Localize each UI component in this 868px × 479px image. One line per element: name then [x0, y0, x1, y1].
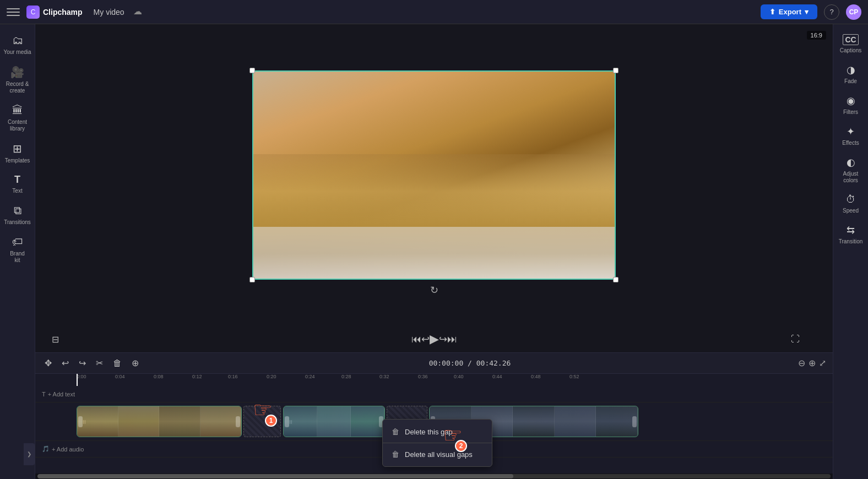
transition-icon: ⇆ [847, 224, 855, 236]
gap-zone-1[interactable] [243, 406, 281, 437]
timeline-time-display: 00:00:00 / 00:42.26 [429, 359, 511, 367]
sidebar-label-record-create: Record &create [6, 81, 29, 94]
sidebar-item-your-media[interactable]: 🗂 Your media [0, 29, 35, 60]
delete-gap-icon: 🗑 [392, 427, 399, 436]
clip2-handle-left[interactable] [285, 416, 289, 427]
aspect-ratio-badge[interactable]: 16:9 [807, 31, 826, 40]
right-sidebar-item-adjust-colors[interactable]: ◐ Adjustcolors [833, 151, 868, 188]
toolbar-add-button[interactable]: ⊕ [129, 356, 142, 370]
help-button[interactable]: ? [824, 4, 839, 20]
right-sidebar-item-transition[interactable]: ⇆ Transition [833, 219, 868, 249]
filters-label: Filters [843, 109, 858, 116]
sidebar-label-brand-kit: Brandkit [10, 251, 25, 264]
sidebar-item-transitions[interactable]: ⧉ Transitions [0, 199, 35, 230]
zoom-fit-button[interactable]: ⤢ [819, 358, 826, 368]
add-text-icon: T [42, 391, 46, 398]
video-content [253, 72, 615, 279]
fade-icon: ◑ [847, 64, 855, 76]
export-button[interactable]: ⬆ Export ▾ [761, 4, 817, 19]
delete-all-visual-gaps-label: Delete all visual gaps [405, 450, 473, 459]
sidebar-label-templates: Templates [5, 157, 30, 164]
toolbar-select-button[interactable]: ✥ [42, 356, 55, 370]
sidebar-label-text: Text [12, 188, 22, 194]
adjust-colors-icon: ◐ [847, 156, 855, 168]
sidebar-item-brand-kit[interactable]: 🏷 Brandkit [0, 230, 35, 268]
resize-handle-bl[interactable] [249, 277, 255, 282]
skip-back-button[interactable]: ⏮ [411, 334, 421, 345]
context-menu-divider [383, 443, 492, 443]
toolbar-delete-button[interactable]: 🗑 [110, 357, 124, 370]
clip2-thumbnail [284, 406, 384, 437]
delete-all-gaps-icon: 🗑 [392, 450, 399, 459]
your-media-icon: 🗂 [12, 34, 23, 47]
video-track: ⏸ [35, 402, 833, 441]
templates-icon: ⊞ [13, 142, 22, 155]
fullscreen-button[interactable]: ⛶ [791, 334, 800, 344]
resize-handle-br[interactable] [613, 277, 619, 282]
app-name: Clipchamp [43, 8, 83, 17]
gap-context-menu: 🗑 Delete this gap 🗑 Delete all visual ga… [382, 419, 492, 467]
rewind-button[interactable]: ↩ [421, 333, 430, 345]
clip1-handle-right[interactable] [236, 416, 240, 427]
sidebar-collapse-button[interactable]: ❯ [24, 443, 35, 465]
clip3-handle-right[interactable] [632, 416, 637, 427]
timeline-scrollbar[interactable] [37, 474, 831, 478]
caption-toggle-button[interactable]: ⊟ [52, 334, 59, 345]
video-clip-2[interactable]: ⏸ [283, 406, 385, 437]
delete-this-gap-label: Delete this gap [405, 428, 453, 436]
right-sidebar-item-filters[interactable]: ◉ Filters [833, 89, 868, 120]
sidebar-label-transitions: Transitions [4, 219, 31, 226]
forward-button[interactable]: ↪ [439, 333, 447, 345]
sidebar-item-text[interactable]: T Text [0, 168, 35, 199]
timeline-scrollbar-thumb[interactable] [37, 474, 513, 478]
effects-icon: ✦ [847, 126, 855, 138]
play-button[interactable]: ▶ [430, 332, 439, 346]
skip-forward-button[interactable]: ⏭ [447, 334, 457, 345]
sync-icon: ☁ [133, 6, 145, 18]
playback-controls: ⊟ ⏮ ↩ ▶ ↪ ⏭ ⛶ [35, 326, 833, 352]
playhead[interactable] [77, 374, 78, 386]
clip1-handle-left[interactable] [78, 416, 83, 427]
export-chevron-icon: ▾ [805, 8, 809, 16]
toolbar-cut-button[interactable]: ✂ [93, 356, 106, 370]
right-sidebar: CC Captions ◑ Fade ◉ Filters ✦ Effects ◐… [833, 24, 868, 479]
timeline-scrollbar-area [35, 473, 833, 479]
video-title[interactable]: My video [94, 8, 124, 17]
sidebar-label-your-media: Your media [3, 49, 31, 56]
clip1-thumbnail [77, 406, 241, 437]
avatar[interactable]: CP [846, 4, 861, 20]
rotate-handle[interactable]: ↻ [430, 284, 438, 296]
video-frame[interactable] [252, 70, 616, 280]
delete-all-visual-gaps-item[interactable]: 🗑 Delete all visual gaps [383, 444, 492, 464]
timeline-area: ✥ ↩ ↪ ✂ 🗑 ⊕ 00:00:00 / 00:42.26 ⊖ ⊕ ⤢ [35, 352, 833, 479]
center-area: 16:9 ↻ ⊟ ⏮ ↩ ▶ ↪ ⏭ ⛶ [35, 24, 833, 479]
right-sidebar-item-fade[interactable]: ◑ Fade [833, 58, 868, 89]
delete-this-gap-item[interactable]: 🗑 Delete this gap [383, 422, 492, 442]
zoom-out-button[interactable]: ⊖ [798, 358, 805, 368]
right-sidebar-item-captions[interactable]: CC Captions [833, 29, 868, 58]
resize-handle-tl[interactable] [249, 68, 255, 73]
zoom-in-button[interactable]: ⊕ [809, 358, 816, 368]
add-text-label[interactable]: T + Add text [42, 391, 75, 398]
sidebar-item-content-library[interactable]: 🏛 Contentlibrary [0, 99, 35, 137]
add-audio-label[interactable]: 🎵 + Add audio [42, 445, 84, 453]
fade-label: Fade [844, 78, 857, 85]
timeline-tracks: T + Add text ⏸ [35, 386, 833, 473]
main-area: 🗂 Your media 🎥 Record &create 🏛 Contentl… [0, 24, 868, 479]
speed-icon: ⏱ [846, 194, 856, 205]
sidebar-item-record-create[interactable]: 🎥 Record &create [0, 60, 35, 99]
logo-icon: C [26, 6, 40, 19]
video-clip-1[interactable]: ⏸ [77, 406, 242, 437]
menu-button[interactable] [7, 6, 20, 19]
right-sidebar-item-effects[interactable]: ✦ Effects [833, 120, 868, 151]
toolbar-redo-button[interactable]: ↪ [76, 356, 89, 370]
transitions-icon: ⧉ [14, 204, 21, 217]
app-logo: C Clipchamp [26, 6, 83, 19]
toolbar-undo-button[interactable]: ↩ [59, 356, 72, 370]
video-container: ↻ [252, 70, 616, 280]
video-preview: 16:9 ↻ [35, 24, 833, 326]
text-icon: T [14, 174, 20, 186]
right-sidebar-item-speed[interactable]: ⏱ Speed [833, 188, 868, 219]
resize-handle-tr[interactable] [613, 68, 619, 73]
sidebar-item-templates[interactable]: ⊞ Templates [0, 137, 35, 168]
